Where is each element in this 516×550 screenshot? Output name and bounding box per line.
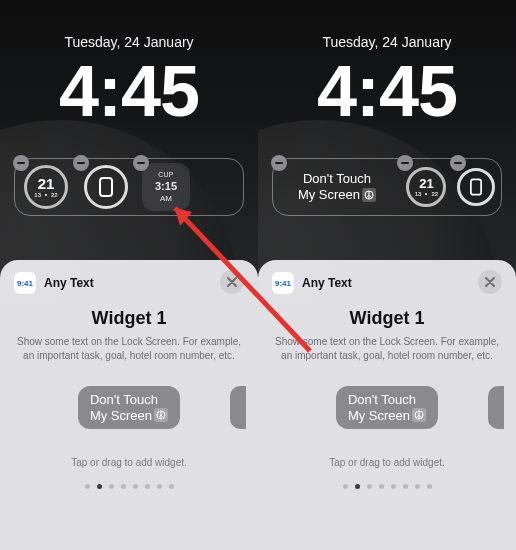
phone-icon	[99, 177, 113, 197]
page-dot[interactable]	[145, 484, 150, 489]
svg-rect-0	[100, 178, 112, 196]
sheet-title: Widget 1	[14, 308, 244, 329]
phone-right: Tuesday, 24 January 4:45 Don't Touch My …	[258, 0, 516, 550]
app-name: Any Text	[302, 276, 352, 290]
page-indicator[interactable]	[272, 484, 502, 489]
remove-widget-button[interactable]	[133, 155, 149, 171]
weather-widget[interactable]: 21 1322	[403, 163, 450, 211]
close-icon	[227, 277, 237, 287]
peace-icon	[154, 408, 168, 422]
find-my-widget[interactable]	[456, 163, 497, 211]
widget-bar[interactable]: Don't Touch My Screen 21 1322	[272, 158, 502, 216]
app-icon: 9:41	[14, 272, 36, 294]
find-my-widget[interactable]	[79, 163, 133, 211]
preview-line1: Don't Touch	[348, 392, 426, 408]
page-indicator[interactable]	[14, 484, 244, 489]
widget-preview[interactable]: Don't Touch My Screen	[78, 386, 180, 429]
remove-widget-button[interactable]	[13, 155, 29, 171]
text-widget-line2: My Screen	[298, 187, 360, 203]
next-widget-peek[interactable]	[230, 386, 246, 429]
remove-widget-button[interactable]	[450, 155, 466, 171]
page-dot[interactable]	[157, 484, 162, 489]
close-button[interactable]	[478, 270, 502, 294]
temp-high: 22	[51, 192, 58, 198]
app-name: Any Text	[44, 276, 94, 290]
page-dot[interactable]	[133, 484, 138, 489]
page-dot[interactable]	[427, 484, 432, 489]
widget-bar[interactable]: 21 1322 CUP 3:15 AM	[14, 158, 244, 216]
page-dot[interactable]	[355, 484, 360, 489]
lock-time: 4:45	[258, 50, 516, 132]
weather-widget[interactable]: 21 1322	[19, 163, 73, 211]
next-widget-peek[interactable]	[488, 386, 504, 429]
close-icon	[485, 277, 495, 287]
preview-line2: My Screen	[348, 408, 410, 424]
preview-line1: Don't Touch	[90, 392, 168, 408]
page-dot[interactable]	[169, 484, 174, 489]
phone-icon	[470, 178, 482, 196]
temp-value: 21	[34, 176, 57, 191]
text-widget[interactable]: Don't Touch My Screen	[277, 163, 397, 211]
svg-rect-3	[471, 179, 481, 194]
preview-line2: My Screen	[90, 408, 152, 424]
lock-time: 4:45	[0, 50, 258, 132]
close-button[interactable]	[220, 270, 244, 294]
page-dot[interactable]	[121, 484, 126, 489]
sheet-title: Widget 1	[272, 308, 502, 329]
page-dot[interactable]	[85, 484, 90, 489]
page-dot[interactable]	[391, 484, 396, 489]
page-dot[interactable]	[403, 484, 408, 489]
sheet-hint: Tap or drag to add widget.	[272, 457, 502, 468]
text-widget-line1: Don't Touch	[303, 171, 371, 187]
widget-preview[interactable]: Don't Touch My Screen	[336, 386, 438, 429]
page-dot[interactable]	[343, 484, 348, 489]
peace-icon	[362, 188, 376, 202]
temp-low: 13	[415, 191, 422, 197]
temp-high: 22	[431, 191, 438, 197]
temp-low: 13	[34, 192, 41, 198]
widget-sheet: 9:41 Any Text Widget 1 Show some text on…	[258, 260, 516, 550]
remove-widget-button[interactable]	[73, 155, 89, 171]
remove-widget-button[interactable]	[397, 155, 413, 171]
widget-sheet: 9:41 Any Text Widget 1 Show some text on…	[0, 260, 258, 550]
page-dot[interactable]	[109, 484, 114, 489]
phone-left: Tuesday, 24 January 4:45 21 1322 CUP 3:1…	[0, 0, 258, 550]
clock-label: CUP	[158, 170, 174, 179]
temp-value: 21	[415, 177, 438, 190]
clock-ampm: AM	[160, 194, 172, 204]
remove-widget-button[interactable]	[271, 155, 287, 171]
clock-widget[interactable]: CUP 3:15 AM	[139, 163, 193, 211]
lock-date: Tuesday, 24 January	[258, 34, 516, 50]
sheet-description: Show some text on the Lock Screen. For e…	[272, 335, 502, 362]
peace-icon	[412, 408, 426, 422]
page-dot[interactable]	[367, 484, 372, 489]
sheet-description: Show some text on the Lock Screen. For e…	[14, 335, 244, 362]
sheet-hint: Tap or drag to add widget.	[14, 457, 244, 468]
clock-time: 3:15	[155, 179, 177, 193]
lock-date: Tuesday, 24 January	[0, 34, 258, 50]
page-dot[interactable]	[415, 484, 420, 489]
app-icon: 9:41	[272, 272, 294, 294]
page-dot[interactable]	[97, 484, 102, 489]
page-dot[interactable]	[379, 484, 384, 489]
